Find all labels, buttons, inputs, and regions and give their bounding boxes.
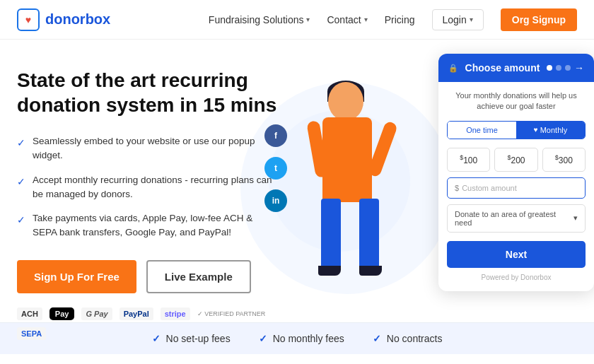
amount-200[interactable]: $200 [494, 148, 537, 172]
chevron-down-icon: ▾ [573, 213, 578, 223]
widget-header: 🔒 Choose amount → [438, 54, 594, 82]
frequency-toggle: One time ♥ Monthly [447, 121, 586, 139]
twitter-icon: t [264, 157, 287, 180]
cta-buttons: Sign Up For Free Live Example [17, 260, 279, 293]
paypal-logo: PayPal [120, 307, 153, 320]
dot-3 [565, 65, 571, 71]
check-icon: ✓ [373, 333, 381, 344]
chevron-down-icon: ▾ [306, 16, 310, 23]
area-dropdown[interactable]: Donate to an area of greatest need ▾ [447, 204, 586, 233]
arrow-right-icon: → [574, 62, 584, 74]
linkedin-icon: in [264, 189, 287, 212]
ach-logo: ACH [17, 307, 42, 320]
person-leg-left [321, 199, 341, 269]
person-head [328, 82, 363, 121]
nav-fundraising[interactable]: Fundraising Solutions ▾ [209, 14, 310, 25]
verified-partner-label: ✓ VERIFIED PARTNER [197, 310, 266, 317]
widget-body: Your monthly donations will help us achi… [438, 82, 594, 291]
applepay-logo: Pay [50, 307, 75, 320]
chevron-down-icon: ▾ [364, 16, 368, 23]
facebook-icon: f [264, 124, 287, 147]
live-example-button[interactable]: Live Example [146, 260, 251, 293]
widget-progress-dots: → [547, 62, 584, 74]
feature-item-1: ✓ Seamlessly embed to your website or us… [17, 134, 279, 163]
illustration-area: f t in [279, 68, 420, 322]
signup-button[interactable]: Sign Up For Free [17, 260, 136, 293]
amount-300[interactable]: $300 [542, 148, 586, 172]
person-illustration [307, 82, 392, 308]
widget-title: Choose amount [465, 62, 540, 74]
donation-widget: 🔒 Choose amount → Your monthly donations… [438, 54, 594, 291]
left-section: State of the art recurring donation syst… [17, 68, 279, 340]
social-icons: f t in [264, 124, 287, 212]
feature-item-2: ✓ Accept monthly recurring donations - r… [17, 173, 279, 202]
stripe-logo: stripe [161, 307, 190, 320]
chevron-down-icon: ▾ [470, 16, 473, 23]
person-foot-right [359, 266, 382, 276]
monthly-button[interactable]: ♥ Monthly [516, 122, 585, 139]
person-foot-left [318, 266, 341, 276]
person-body [322, 117, 372, 202]
navbar: donorbox Fundraising Solutions ▾ Contact… [0, 0, 594, 40]
nav-contact[interactable]: Contact ▾ [327, 14, 367, 25]
amount-100[interactable]: $100 [447, 148, 490, 172]
lock-icon: 🔒 [448, 64, 458, 73]
login-button[interactable]: Login ▾ [432, 9, 484, 30]
org-signup-button[interactable]: Org Signup [501, 8, 577, 31]
amount-grid: $100 $200 $300 [447, 148, 586, 172]
check-icon: ✓ [17, 136, 25, 151]
features-list: ✓ Seamlessly embed to your website or us… [17, 134, 279, 240]
main-wrapper: State of the art recurring donation syst… [0, 40, 594, 322]
powered-by-label: Powered by Donorbox [447, 274, 586, 281]
dot-2 [556, 65, 561, 71]
one-time-button[interactable]: One time [448, 122, 516, 139]
page-title: State of the art recurring donation syst… [17, 68, 279, 117]
check-icon: ✓ [17, 213, 25, 228]
logo-area[interactable]: donorbox [17, 8, 110, 31]
feature-item-3: ✓ Take payments via cards, Apple Pay, lo… [17, 211, 279, 240]
person-leg-right [359, 199, 379, 269]
custom-amount-placeholder: Custom amount [462, 184, 517, 192]
gpay-logo: G Pay [81, 307, 112, 320]
logo-text: donorbox [45, 11, 110, 28]
dollar-sign: $ [455, 184, 459, 192]
next-button[interactable]: Next [447, 241, 586, 268]
nav-pricing[interactable]: Pricing [385, 14, 415, 25]
no-contracts: ✓ No contracts [373, 333, 443, 344]
nav-links: Fundraising Solutions ▾ Contact ▾ Pricin… [209, 8, 577, 31]
donorbox-logo-icon [17, 8, 40, 31]
dot-1 [547, 65, 552, 71]
custom-amount-field[interactable]: $ Custom amount [447, 177, 586, 199]
heart-icon: ♥ [534, 126, 538, 134]
payment-logos: ACH Pay G Pay PayPal stripe ✓ VERIFIED P… [17, 307, 279, 340]
widget-subtitle: Your monthly donations will help us achi… [447, 90, 586, 112]
main-content: State of the art recurring donation syst… [0, 40, 594, 322]
sepa-logo: SEPA [17, 327, 46, 340]
check-icon: ✓ [17, 175, 25, 189]
